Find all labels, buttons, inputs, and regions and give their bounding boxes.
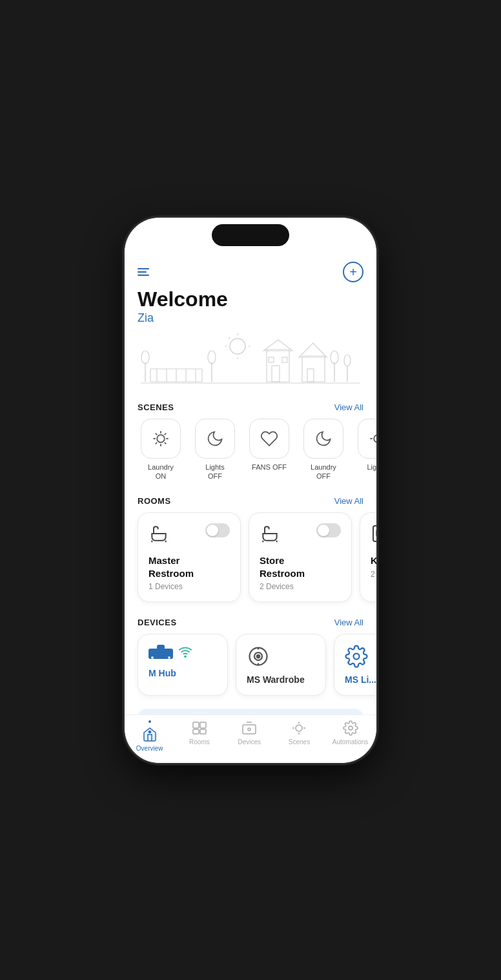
scene-icon-fans-off[interactable]: [249, 419, 289, 459]
nav-automations-label: Automations: [332, 739, 369, 746]
svg-point-74: [349, 727, 353, 731]
rooms-section-header: ROOMS View All: [125, 488, 376, 512]
menu-button[interactable]: [138, 268, 149, 276]
svg-point-27: [344, 355, 351, 366]
svg-rect-19: [269, 357, 274, 362]
svg-line-15: [229, 337, 230, 339]
svg-point-54: [168, 656, 170, 659]
svg-rect-23: [307, 369, 314, 382]
scenes-view-all[interactable]: View All: [334, 402, 363, 412]
master-restroom-devices: 1 Devices: [148, 582, 230, 591]
rooms-list: MasterRestroom 1 Devices: [125, 512, 376, 610]
svg-point-29: [157, 435, 165, 443]
scene-item-fans-off[interactable]: FANS OFF: [246, 419, 292, 481]
devices-section-header: DEVICES View All: [125, 610, 376, 634]
nav-automations[interactable]: Automations: [332, 721, 369, 753]
gear-device-icon: [345, 645, 368, 668]
svg-point-7: [141, 351, 149, 364]
devices-view-all[interactable]: View All: [334, 618, 363, 627]
nav-scenes-label: Scenes: [289, 739, 310, 746]
bathtub-icon: [148, 523, 169, 547]
master-restroom-toggle[interactable]: [205, 523, 230, 537]
scene-item-lights2[interactable]: Light...: [354, 419, 376, 481]
device-m-hub[interactable]: M Hub: [138, 634, 228, 696]
hub-device-icon: [148, 645, 173, 662]
svg-rect-66: [200, 730, 206, 735]
svg-point-53: [151, 656, 154, 659]
svg-point-38: [374, 435, 376, 443]
scene-label-lights-off: LightsOFF: [205, 463, 224, 481]
scene-icon-lights2[interactable]: [358, 419, 376, 459]
scene-icon-laundry-on[interactable]: [141, 419, 181, 459]
nav-active-indicator: [148, 721, 151, 724]
devices-list: M Hub MS Wardrobe: [125, 634, 376, 704]
scene-label-laundry-off: LaundryOFF: [311, 463, 336, 481]
home-icon: [142, 727, 158, 743]
bottom-navigation: Overview Rooms: [125, 715, 376, 763]
m-hub-name: M Hub: [148, 668, 217, 678]
nav-rooms[interactable]: Rooms: [183, 721, 216, 753]
scene-label-fans-off: FANS OFF: [252, 463, 287, 472]
nav-scenes[interactable]: Scenes: [282, 721, 316, 753]
scene-item-laundry-off[interactable]: LaundryOFF: [300, 419, 347, 481]
rooms-view-all[interactable]: View All: [334, 496, 363, 506]
scenes-icon: [291, 721, 307, 736]
svg-rect-52: [157, 645, 165, 650]
kitchen-devices: 2 Dev...: [371, 570, 376, 579]
scene-item-laundry-on[interactable]: LaundryON: [138, 419, 184, 481]
scene-icon-lights-off[interactable]: [195, 419, 235, 459]
welcome-section: Welcome Zia: [125, 287, 376, 330]
svg-point-62: [148, 731, 150, 733]
bathtub2-icon: [260, 523, 280, 547]
kitchen-name: Kitche...: [371, 554, 376, 567]
sun-icon: [152, 430, 170, 448]
automations-icon: [343, 721, 358, 736]
rooms-title: ROOMS: [138, 496, 171, 506]
store-restroom-name: StoreRestroom: [260, 554, 341, 579]
rooms-icon: [192, 721, 207, 736]
nav-devices[interactable]: Devices: [232, 721, 266, 753]
master-restroom-name: MasterRestroom: [148, 554, 230, 579]
svg-point-58: [257, 655, 260, 658]
moon-icon: [206, 430, 224, 448]
svg-rect-65: [193, 730, 199, 735]
wifi-signal-icon: [178, 645, 192, 662]
svg-point-68: [248, 729, 251, 731]
room-kitchen[interactable]: Kitche... 2 Dev...: [360, 512, 376, 602]
room-master-restroom[interactable]: MasterRestroom 1 Devices: [138, 512, 241, 602]
nav-overview-label: Overview: [136, 745, 163, 753]
heart-icon: [260, 430, 278, 448]
svg-rect-20: [282, 357, 287, 362]
add-button[interactable]: +: [343, 262, 363, 282]
oven-icon: [371, 523, 376, 547]
svg-rect-47: [373, 526, 376, 541]
device-ms-living[interactable]: MS Li...: [334, 634, 376, 696]
svg-line-35: [165, 442, 166, 443]
scene-item-lights-off[interactable]: LightsOFF: [192, 419, 238, 481]
scenes-section-header: SCENES View All: [125, 395, 376, 419]
sun2-icon: [369, 430, 376, 448]
nav-rooms-label: Rooms: [189, 739, 210, 746]
svg-point-55: [185, 656, 186, 658]
camera-device-icon: [247, 645, 270, 668]
svg-point-69: [296, 725, 302, 732]
svg-point-61: [354, 654, 360, 660]
svg-line-36: [156, 442, 157, 443]
svg-rect-67: [243, 725, 256, 735]
moon2-icon: [314, 430, 332, 448]
devices-icon: [241, 721, 257, 736]
room-store-restroom[interactable]: StoreRestroom 2 Devices: [249, 512, 352, 602]
welcome-title: Welcome: [138, 287, 363, 311]
nav-devices-label: Devices: [238, 739, 261, 746]
svg-rect-63: [193, 723, 199, 729]
device-ms-wardrobe[interactable]: MS Wardrobe: [236, 634, 326, 696]
scene-icon-laundry-off[interactable]: [303, 419, 343, 459]
svg-marker-22: [299, 343, 327, 357]
store-restroom-toggle[interactable]: [316, 523, 341, 537]
svg-rect-18: [272, 366, 280, 382]
user-name: Zia: [138, 311, 363, 325]
svg-rect-64: [200, 723, 206, 729]
ms-living-name: MS Li...: [345, 674, 376, 685]
nav-overview[interactable]: Overview: [133, 721, 167, 753]
scenes-title: SCENES: [138, 402, 174, 412]
